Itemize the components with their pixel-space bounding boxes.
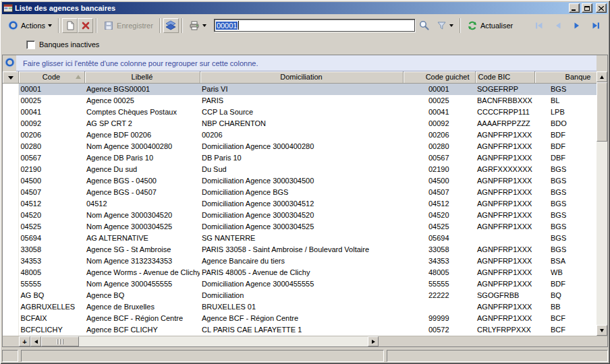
row-indicator[interactable]: [3, 244, 18, 255]
table-row[interactable]: 55555Nom Agence 3000455555Domiciliation …: [3, 278, 597, 290]
grid-cell[interactable]: 00041: [403, 107, 475, 118]
table-row[interactable]: 33058Agence SG - St AmbroisePARIS 33058 …: [3, 244, 597, 255]
row-indicator[interactable]: [3, 141, 18, 152]
column-chooser-header[interactable]: [3, 71, 18, 83]
scroll-up-button[interactable]: [597, 71, 607, 82]
grid-cell[interactable]: Du Sud: [200, 164, 403, 175]
maximize-button[interactable]: [582, 3, 592, 13]
grid-cell[interactable]: Domiciliation Agence BGS: [200, 187, 403, 198]
row-indicator[interactable]: [3, 233, 18, 244]
grid-cell[interactable]: Domiciliation Agence 3000400280: [200, 141, 403, 152]
grid-cell[interactable]: BGS: [534, 187, 597, 198]
column-header-domiciliation[interactable]: Domiciliation: [200, 71, 403, 83]
scroll-down-button[interactable]: [597, 325, 607, 336]
grid-cell[interactable]: AGNPFRP1XXX: [475, 278, 534, 290]
table-row[interactable]: 04507Agence BGS - 04507Domiciliation Age…: [3, 187, 597, 198]
filter-button[interactable]: [433, 18, 457, 33]
grid-cell[interactable]: 04520: [18, 210, 84, 221]
row-indicator[interactable]: [3, 187, 18, 198]
table-row[interactable]: 00025Agence 00025PARIS00025BACNFRBBXXXBL: [3, 95, 597, 107]
grid-cell[interactable]: PARIS 48005 - Avenue de Clichy: [200, 267, 403, 278]
grid-cell[interactable]: BGS: [534, 244, 597, 255]
column-header-code-guichet[interactable]: Code guichet: [403, 71, 475, 83]
grid-cell[interactable]: 00206: [18, 129, 84, 141]
grid-cell[interactable]: CCCCFRPP111: [475, 107, 534, 118]
grid-cell[interactable]: Domiciliation: [200, 290, 403, 301]
grid-cell[interactable]: Domiciliation Agence 3000304525: [200, 221, 403, 233]
grid-cell[interactable]: 00572: [403, 324, 475, 336]
print-button[interactable]: [186, 18, 210, 33]
table-row[interactable]: 00001Agence BGS00001Paris VI00001SOGEFRP…: [3, 83, 597, 95]
grid-cell[interactable]: LPB: [534, 107, 597, 118]
group-by-bar[interactable]: Faire glisser ici l'entête d'une colonne…: [16, 55, 597, 71]
column-header-banque[interactable]: Banque: [534, 71, 597, 83]
row-indicator[interactable]: [3, 83, 18, 95]
grid-cell[interactable]: Nom Agence 3000304520: [84, 210, 200, 221]
grid-cell[interactable]: AGNPFRP1XXX: [475, 244, 534, 255]
grid-cell[interactable]: 33058: [403, 244, 475, 255]
horizontal-scroll-track[interactable]: [79, 336, 368, 346]
grid-cell[interactable]: 00280: [18, 141, 84, 152]
grid-cell[interactable]: BGS: [534, 164, 597, 175]
row-indicator[interactable]: [3, 198, 18, 210]
table-row[interactable]: 34353Nom Agence 3132334353Agence Bancair…: [3, 255, 597, 267]
table-row[interactable]: 00206Agence BDF 002060020600206AGNPFRP1X…: [3, 129, 597, 141]
inactive-banks-checkbox[interactable]: [26, 40, 35, 49]
row-indicator[interactable]: [3, 175, 18, 187]
row-indicator[interactable]: [3, 267, 18, 278]
delete-button[interactable]: [78, 18, 93, 33]
grid-cell[interactable]: Nom Agence 3000400280: [84, 141, 200, 152]
grid-cell[interactable]: 00025: [403, 95, 475, 107]
row-indicator[interactable]: [3, 278, 18, 290]
grid-cell[interactable]: AGNPFRP1XXX: [475, 198, 534, 210]
grid-cell[interactable]: AGNPFRP1XXX: [475, 255, 534, 267]
grid-cell[interactable]: 00280: [403, 141, 475, 152]
grid-cell[interactable]: AGNPFRP1XXX: [475, 129, 534, 141]
grid-cell[interactable]: 00567: [403, 152, 475, 164]
row-indicator[interactable]: [3, 107, 18, 118]
grid-cell[interactable]: 02190: [18, 164, 84, 175]
grid-cell[interactable]: 04512: [18, 198, 84, 210]
grid-cell[interactable]: PARIS 33058 - Saint Ambroise / Boulevard…: [200, 244, 403, 255]
grid-cell[interactable]: 00206: [403, 129, 475, 141]
grid-cell[interactable]: SOGEFRPP: [475, 83, 534, 95]
grid-cell[interactable]: Nom Agence 3000455555: [84, 278, 200, 290]
grid-cell[interactable]: Agence Bancaire du tiers: [200, 255, 403, 267]
row-indicator[interactable]: [3, 164, 18, 175]
grid-cell[interactable]: AGNPFRP1XXX: [475, 301, 534, 313]
grid-cell[interactable]: Agence SG - St Ambroise: [84, 244, 200, 255]
grid-cell[interactable]: Agence BCF CLICHY: [84, 324, 200, 336]
grid-cell[interactable]: [403, 301, 475, 313]
grid-cell[interactable]: Domiciliation Agence 3000304520: [200, 210, 403, 221]
grid-cell[interactable]: 04500: [403, 175, 475, 187]
row-indicator[interactable]: [3, 313, 18, 324]
grid-cell[interactable]: 04507: [403, 187, 475, 198]
grid-cell[interactable]: 04512: [84, 198, 200, 210]
grid-cell[interactable]: 00025: [18, 95, 84, 107]
grid-cell[interactable]: AGNPFRP1XXX: [475, 210, 534, 221]
row-indicator[interactable]: [3, 210, 18, 221]
table-row[interactable]: 04525Nom Agence 3000304525Domiciliation …: [3, 221, 597, 233]
grid-cell[interactable]: Agence BCF - Région Centre: [200, 313, 403, 324]
grid-cell[interactable]: AG ALTERNATIVE: [84, 233, 200, 244]
grid-cell[interactable]: CRLYFRPPXXX: [475, 324, 534, 336]
scroll-right-button[interactable]: [368, 336, 379, 346]
table-row[interactable]: BCFCLICHYAgence BCF CLICHYCL PARIS CAE L…: [3, 324, 597, 336]
grid-cell[interactable]: BQ: [534, 290, 597, 301]
grid-cell[interactable]: 00001: [18, 83, 84, 95]
grid-cell[interactable]: BGS: [534, 175, 597, 187]
grid-cell[interactable]: BCFCLICHY: [18, 324, 84, 336]
grid-cell[interactable]: AAAAFRPPZZZ: [475, 118, 534, 129]
horizontal-scroll-thumb[interactable]: [41, 336, 79, 346]
next-record-button[interactable]: [572, 20, 582, 31]
table-row[interactable]: 00567Agence DB Paris 10DB Paris 1000567A…: [3, 152, 597, 164]
search-input[interactable]: 00001: [214, 19, 415, 32]
grid-cell[interactable]: BDO: [534, 118, 597, 129]
grid-options-icon[interactable]: [5, 57, 15, 67]
table-row[interactable]: 00280Nom Agence 3000400280Domiciliation …: [3, 141, 597, 152]
grid-cell[interactable]: BGS: [534, 233, 597, 244]
grid-cell[interactable]: AGRFXXXXXXX: [475, 164, 534, 175]
table-row[interactable]: 05694AG ALTERNATIVESG NANTERRE05694BGS: [3, 233, 597, 244]
grid-cell[interactable]: 00567: [18, 152, 84, 164]
table-row[interactable]: AG BQAgence BQDomiciliation22222SGOGFRBB…: [3, 290, 597, 301]
